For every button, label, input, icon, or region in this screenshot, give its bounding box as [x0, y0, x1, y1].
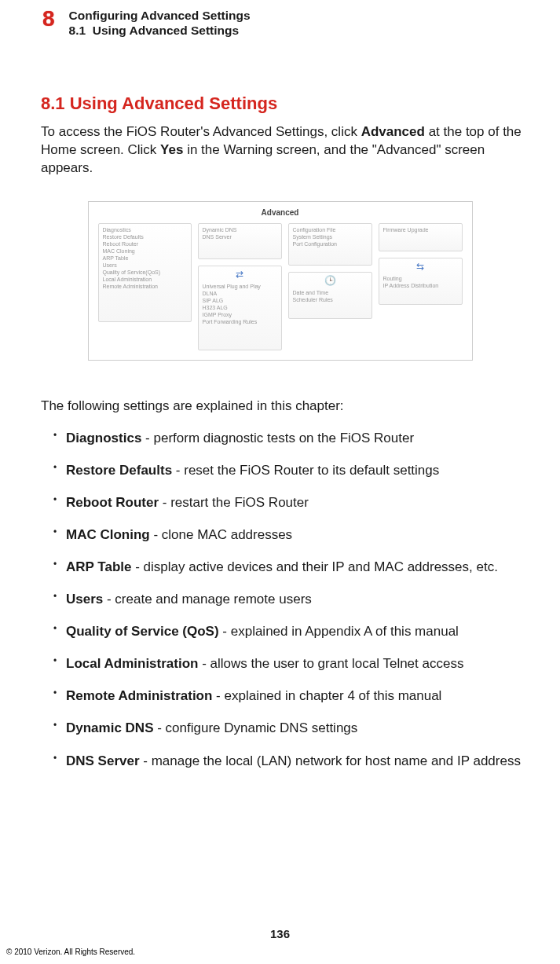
panel-dns: Dynamic DNS DNS Server — [198, 223, 282, 259]
list-item: Quality of Service (QoS) - explained in … — [53, 623, 536, 640]
clock-icon: 🕒 — [293, 275, 368, 288]
settings-intro: The following settings are explained in … — [41, 398, 536, 414]
panel-config: Configuration File System Settings Port … — [288, 223, 372, 266]
network-icon: ⇄ — [203, 269, 277, 281]
settings-list: Diagnostics - perform diagnostic tests o… — [53, 430, 536, 770]
chapter-subtitle: 8.1 Using Advanced Settings — [69, 23, 251, 38]
list-item: Dynamic DNS - configure Dynamic DNS sett… — [53, 720, 536, 737]
chapter-title: Configuring Advanced Settings — [69, 8, 251, 23]
section-heading: 8.1 Using Advanced Settings — [41, 93, 536, 114]
page-number: 136 — [0, 927, 560, 940]
list-item: Users - create and manage remote users — [53, 591, 536, 608]
list-item: Remote Administration - explained in cha… — [53, 687, 536, 705]
advanced-screenshot: Advanced Diagnostics Restore Defaults Re… — [88, 201, 473, 361]
list-item: Reboot Router - restart the FiOS Router — [53, 494, 536, 511]
screenshot-title: Advanced — [98, 208, 463, 217]
chapter-number: 8 — [42, 8, 55, 30]
panel-network: ⇄ Universal Plug and Play DLNA SIP ALG H… — [198, 266, 282, 350]
routing-icon: ⇆ — [383, 261, 458, 273]
copyright: © 2010 Verizon. All Rights Reserved. — [6, 948, 135, 956]
list-item: ARP Table - display active devices and t… — [53, 559, 536, 576]
list-item: DNS Server - manage the local (LAN) netw… — [53, 753, 536, 770]
chapter-header: 8 Configuring Advanced Settings 8.1 Usin… — [24, 8, 536, 38]
list-item: Diagnostics - perform diagnostic tests o… — [53, 430, 536, 447]
list-item: MAC Cloning - clone MAC addresses — [53, 526, 536, 544]
list-item: Local Administration - allows the user t… — [53, 655, 536, 673]
section-intro: To access the FiOS Router's Advanced Set… — [41, 123, 536, 178]
panel-firmware: Firmware Upgrade — [379, 223, 463, 251]
panel-routing: ⇆ Routing IP Address Distribution — [379, 258, 463, 305]
panel-tools: Diagnostics Restore Defaults Reboot Rout… — [98, 223, 192, 322]
list-item: Restore Defaults - reset the FiOS Router… — [53, 462, 536, 479]
panel-datetime: 🕒 Date and Time Scheduler Rules — [288, 272, 372, 319]
